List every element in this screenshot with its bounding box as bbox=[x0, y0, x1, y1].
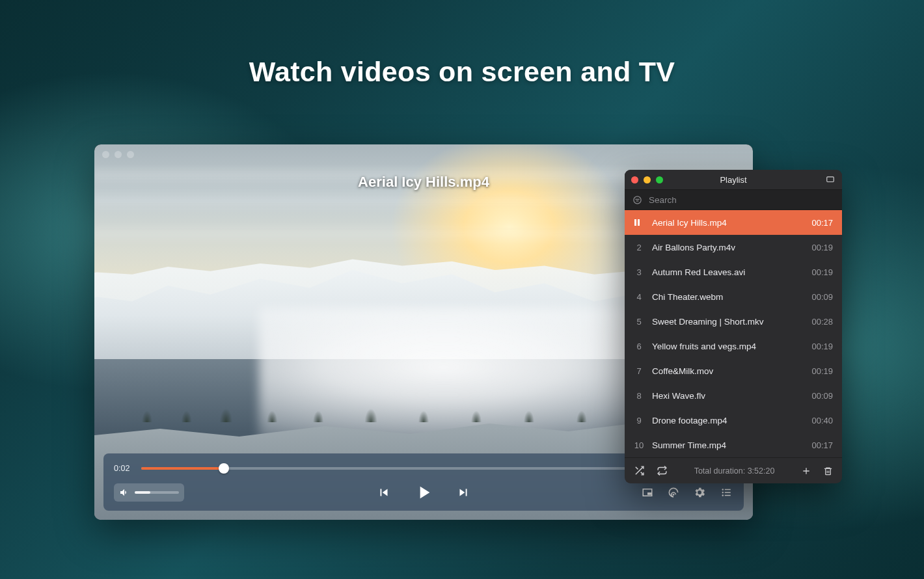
playlist-item-duration: 00:09 bbox=[811, 292, 833, 302]
playlist-item-index: 7 bbox=[634, 366, 644, 376]
playlist-item-title: Chi Theater.webm bbox=[652, 292, 804, 302]
playlist-item-title: Sweet Dreaming | Short.mkv bbox=[652, 317, 804, 327]
total-duration: Total duration: 3:52:20 bbox=[679, 466, 789, 476]
progress-fill bbox=[141, 467, 224, 470]
next-button[interactable] bbox=[456, 485, 470, 500]
playlist-item-index: 8 bbox=[634, 391, 644, 401]
playlist-item-duration: 00:09 bbox=[811, 391, 833, 401]
svg-point-4 bbox=[722, 494, 724, 496]
playlist-item-title: Hexi Wave.flv bbox=[652, 391, 804, 401]
player-titlebar bbox=[94, 144, 753, 164]
settings-icon[interactable] bbox=[693, 486, 706, 499]
playlist-item-title: Drone footage.mp4 bbox=[652, 416, 804, 425]
playlist-window-title: Playlist bbox=[625, 175, 842, 185]
playlist-item[interactable]: Aerial Icy Hills.mp400:17 bbox=[625, 210, 842, 235]
playlist-icon[interactable] bbox=[719, 487, 733, 498]
playlist-item-index: 6 bbox=[634, 342, 644, 351]
playlist-item-duration: 00:17 bbox=[811, 218, 833, 228]
svg-point-3 bbox=[722, 492, 724, 493]
playlist-item[interactable]: 5Sweet Dreaming | Short.mkv00:28 bbox=[625, 309, 842, 334]
trash-icon[interactable] bbox=[823, 466, 833, 476]
repeat-icon[interactable] bbox=[657, 465, 668, 476]
progress-thumb[interactable] bbox=[219, 463, 229, 474]
playlist-item-duration: 00:17 bbox=[811, 440, 833, 450]
shuffle-icon[interactable] bbox=[634, 465, 645, 476]
svg-rect-8 bbox=[827, 177, 834, 182]
playlist-item-title: Summer Time.mp4 bbox=[652, 440, 804, 450]
playlist-item[interactable]: 3Autumn Red Leaves.avi00:19 bbox=[625, 260, 842, 284]
playlist-item-title: Autumn Red Leaves.avi bbox=[652, 267, 804, 277]
playlist-item-duration: 00:19 bbox=[811, 342, 833, 351]
playlist-item[interactable]: 9Drone footage.mp400:40 bbox=[625, 408, 842, 433]
playlist-rows: Aerial Icy Hills.mp400:172Air Ballons Pa… bbox=[625, 210, 842, 457]
playlist-item-duration: 00:19 bbox=[811, 243, 833, 252]
playlist-item[interactable]: 6Yellow fruits and vegs.mp400:19 bbox=[625, 334, 842, 358]
playlist-item[interactable]: 7Coffe&Milk.mov00:19 bbox=[625, 358, 842, 383]
svg-point-2 bbox=[722, 489, 724, 490]
playlist-item-duration: 00:19 bbox=[811, 267, 833, 277]
volume-icon bbox=[119, 487, 129, 498]
svg-rect-5 bbox=[725, 489, 731, 491]
playlist-item-index: 3 bbox=[634, 267, 644, 277]
search-input[interactable] bbox=[649, 195, 834, 205]
playlist-item[interactable]: 10Summer Time.mp400:17 bbox=[625, 433, 842, 457]
playlist-item-title: Yellow fruits and vegs.mp4 bbox=[652, 342, 804, 351]
playlist-footer: Total duration: 3:52:20 bbox=[625, 457, 842, 483]
svg-point-1 bbox=[673, 494, 675, 496]
playlist-search bbox=[625, 189, 842, 210]
playlist-item[interactable]: 2Air Ballons Party.m4v00:19 bbox=[625, 235, 842, 260]
volume-control[interactable] bbox=[114, 483, 184, 502]
playlist-item-index: 4 bbox=[634, 292, 644, 302]
svg-rect-7 bbox=[725, 495, 731, 496]
playlist-item-title: Aerial Icy Hills.mp4 bbox=[652, 218, 804, 228]
playlist-item-duration: 00:28 bbox=[811, 317, 833, 327]
svg-rect-11 bbox=[638, 219, 640, 226]
playlist-item-index: 5 bbox=[634, 317, 644, 327]
filter-icon[interactable] bbox=[632, 195, 642, 205]
playlist-item-title: Coffe&Milk.mov bbox=[652, 366, 804, 376]
playlist-window: Playlist Aerial Icy Hills.mp400:172Air B… bbox=[625, 170, 842, 483]
previous-button[interactable] bbox=[377, 485, 391, 500]
svg-rect-10 bbox=[634, 219, 636, 226]
svg-rect-12 bbox=[826, 468, 831, 474]
playlist-item-index: 9 bbox=[634, 416, 644, 425]
page-headline: Watch videos on screen and TV bbox=[0, 56, 924, 88]
player-traffic-lights[interactable] bbox=[102, 151, 134, 158]
playing-icon bbox=[634, 219, 644, 226]
playlist-item-index: 10 bbox=[634, 440, 644, 450]
svg-rect-6 bbox=[725, 492, 731, 493]
svg-point-9 bbox=[634, 196, 641, 203]
airplay-icon[interactable] bbox=[667, 486, 680, 499]
playlist-item-duration: 00:40 bbox=[811, 416, 833, 425]
playlist-item[interactable]: 8Hexi Wave.flv00:09 bbox=[625, 383, 842, 408]
playlist-item-index: 2 bbox=[634, 243, 644, 252]
elapsed-time: 0:02 bbox=[114, 464, 133, 473]
detach-icon[interactable] bbox=[825, 175, 836, 184]
svg-rect-0 bbox=[647, 492, 651, 495]
play-button[interactable] bbox=[413, 482, 434, 503]
playlist-item-title: Air Ballons Party.m4v bbox=[652, 243, 804, 252]
playlist-titlebar: Playlist bbox=[625, 170, 842, 189]
playlist-item-duration: 00:19 bbox=[811, 366, 833, 376]
pip-icon[interactable] bbox=[641, 487, 654, 498]
add-icon[interactable] bbox=[801, 466, 811, 476]
playlist-item[interactable]: 4Chi Theater.webm00:09 bbox=[625, 284, 842, 309]
